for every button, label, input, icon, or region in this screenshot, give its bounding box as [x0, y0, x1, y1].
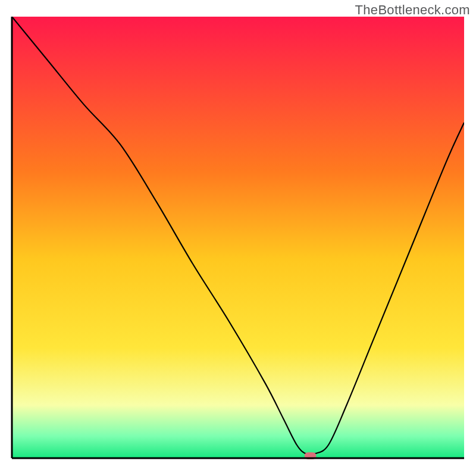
- watermark-label: TheBottleneck.com: [355, 2, 470, 18]
- bottleneck-chart: [0, 0, 476, 476]
- gradient-background: [12, 17, 464, 458]
